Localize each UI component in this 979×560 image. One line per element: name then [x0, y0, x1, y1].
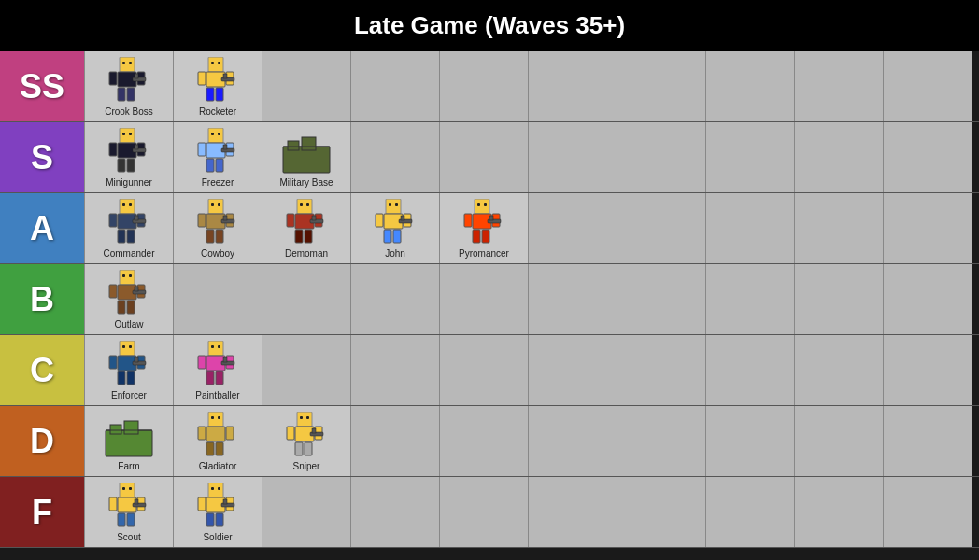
svg-rect-38 — [206, 159, 214, 172]
tier-row-b: B Outlaw — [0, 264, 979, 335]
cell-label: Pyromancer — [459, 248, 509, 259]
svg-rect-148 — [129, 487, 132, 490]
svg-rect-134 — [206, 442, 214, 455]
svg-rect-19 — [216, 88, 223, 101]
cell-f-0: Scout — [84, 477, 173, 547]
char-icon-minigunner — [101, 129, 157, 175]
char-icon-sniper — [278, 413, 334, 459]
svg-rect-126 — [124, 421, 138, 434]
svg-rect-102 — [118, 301, 125, 314]
svg-rect-45 — [122, 203, 125, 206]
svg-rect-103 — [127, 301, 135, 314]
char-icon-gladiator — [190, 413, 246, 459]
main-container: Late Game (Waves 35+) SS Crook Boss — [0, 0, 979, 548]
svg-rect-14 — [198, 72, 206, 85]
tier-cells-ss: Crook Boss Rocketer — [84, 51, 979, 121]
svg-rect-54 — [208, 199, 223, 214]
cell-c-empty-9 — [883, 335, 972, 405]
char-icon-john — [367, 200, 423, 246]
char-icon-paintballer — [190, 342, 246, 388]
cell-c-empty-6 — [617, 335, 705, 405]
cell-ss-empty-8 — [794, 51, 883, 121]
cell-c-0: Enforcer — [84, 335, 173, 405]
svg-rect-17 — [223, 74, 227, 78]
cell-f-empty-3 — [350, 477, 439, 547]
svg-rect-93 — [482, 230, 490, 243]
svg-rect-63 — [216, 230, 223, 243]
cell-ss-empty-7 — [705, 51, 794, 121]
svg-rect-81 — [401, 216, 404, 220]
char-icon-military-base — [278, 129, 334, 175]
svg-rect-71 — [312, 216, 316, 220]
cell-f-empty-5 — [528, 477, 617, 547]
char-icon-farm — [101, 413, 157, 459]
cell-b-empty-4 — [439, 264, 528, 334]
tier-label-a: A — [0, 193, 84, 263]
cell-a-0: Commander — [84, 193, 173, 263]
cell-s-2: Military Base — [262, 122, 350, 192]
svg-rect-137 — [300, 416, 303, 419]
tier-cells-b: Outlaw — [84, 264, 979, 334]
svg-rect-118 — [198, 356, 206, 369]
cell-d-1: Gladiator — [173, 406, 262, 476]
char-icon-scout — [101, 483, 157, 530]
cell-ss-1: Rocketer — [173, 51, 262, 121]
tier-cells-s: Minigunner Freezer Military Base — [84, 122, 979, 192]
svg-rect-66 — [306, 203, 309, 206]
svg-rect-53 — [127, 230, 135, 243]
cell-c-empty-8 — [794, 335, 883, 405]
svg-rect-83 — [393, 230, 401, 243]
svg-rect-116 — [218, 345, 220, 348]
svg-rect-37 — [223, 145, 227, 149]
svg-rect-76 — [395, 203, 398, 206]
svg-rect-73 — [305, 230, 312, 243]
tier-row-d: D Farm Gladiator — [0, 406, 979, 477]
svg-rect-0 — [120, 57, 135, 72]
char-icon-demoman — [278, 200, 334, 246]
svg-rect-62 — [206, 230, 214, 243]
svg-rect-46 — [129, 203, 132, 206]
cell-label: Minigunner — [106, 177, 151, 189]
cell-b-empty-6 — [617, 264, 705, 334]
svg-rect-20 — [120, 128, 135, 143]
svg-rect-24 — [109, 143, 117, 156]
svg-rect-88 — [464, 214, 472, 227]
cell-a-3: John — [350, 193, 439, 263]
cell-a-2: Demoman — [262, 193, 350, 263]
cell-label: John — [385, 248, 405, 259]
header-title: Late Game (Waves 35+) — [354, 11, 625, 39]
svg-rect-156 — [208, 483, 223, 497]
cell-a-empty-8 — [794, 193, 883, 263]
cell-d-empty-4 — [439, 406, 528, 476]
svg-rect-122 — [206, 371, 214, 385]
cell-f-empty-6 — [617, 477, 705, 547]
svg-rect-150 — [109, 497, 117, 511]
tier-row-a: A Commander — [0, 193, 979, 264]
cell-label: Paintballer — [195, 390, 239, 401]
char-icon-commander — [101, 200, 157, 246]
svg-rect-39 — [216, 159, 223, 172]
svg-rect-11 — [211, 62, 214, 64]
svg-rect-135 — [216, 442, 223, 455]
cell-b-empty-8 — [794, 264, 883, 334]
svg-rect-21 — [122, 133, 125, 135]
cell-b-empty-1 — [173, 264, 262, 334]
cell-label: Demoman — [285, 248, 328, 259]
tier-label-c: C — [0, 335, 84, 405]
cell-s-empty-4 — [439, 122, 528, 192]
svg-rect-41 — [288, 141, 299, 150]
svg-rect-105 — [122, 345, 125, 348]
char-icon-enforcer — [101, 342, 157, 388]
cell-a-1: Cowboy — [173, 193, 262, 263]
char-icon-outlaw — [101, 271, 157, 317]
svg-rect-51 — [135, 216, 138, 220]
svg-rect-115 — [211, 345, 214, 348]
svg-rect-121 — [223, 357, 227, 362]
tier-row-f: F Scout — [0, 477, 979, 548]
svg-rect-143 — [312, 428, 316, 433]
svg-rect-128 — [208, 412, 223, 427]
cell-label: Military Base — [279, 177, 333, 189]
cell-c-empty-2 — [262, 335, 350, 405]
svg-rect-84 — [475, 199, 490, 214]
cell-c-empty-5 — [528, 335, 617, 405]
